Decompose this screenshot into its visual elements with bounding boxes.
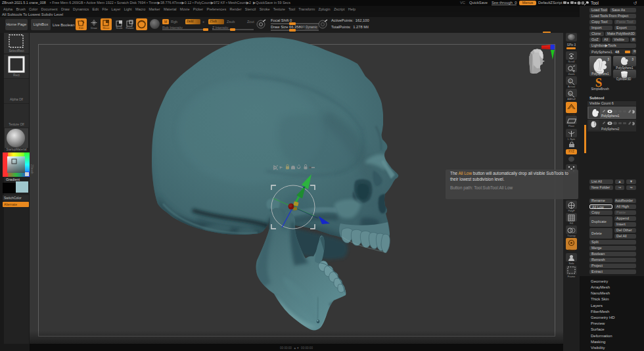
svg-text:3: 3: [607, 57, 609, 61]
svg-text:Move: Move: [103, 26, 110, 30]
svg-text:S: S: [595, 76, 603, 89]
svg-text:Draw: Draw: [91, 26, 97, 30]
svg-text:Rotate: Rotate: [126, 26, 134, 30]
svg-text:½: ½: [569, 92, 572, 96]
svg-text:1: 1: [569, 80, 571, 83]
svg-text:3: 3: [632, 57, 633, 61]
svg-text:Scale: Scale: [116, 26, 123, 30]
svg-text:Edit: Edit: [79, 26, 84, 30]
